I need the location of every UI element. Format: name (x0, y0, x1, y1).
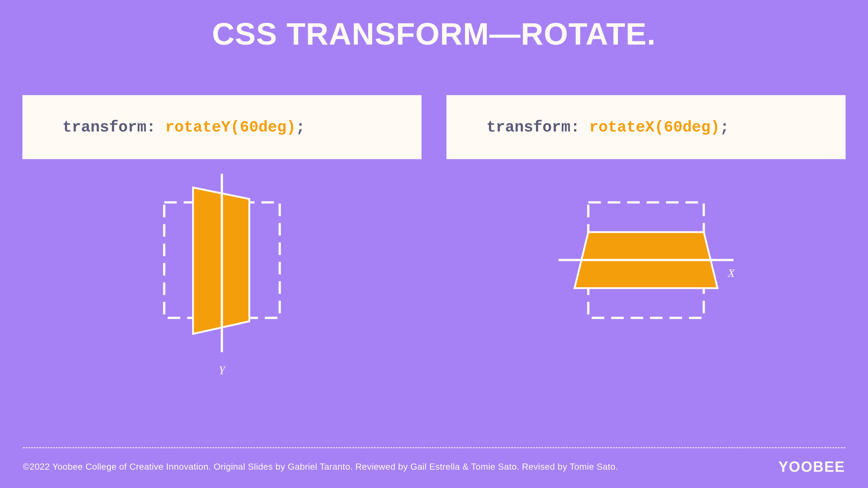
code-semicolon: ; (296, 119, 305, 136)
footer-divider (23, 447, 845, 448)
code-text: transform: rotateX(60deg); (487, 119, 729, 136)
code-semicolon: ; (720, 119, 729, 136)
diagram-rotate-y: Y (23, 174, 422, 380)
footer-row: ©2022 Yoobee College of Creative Innovat… (23, 458, 845, 475)
footer-credits: ©2022 Yoobee College of Creative Innovat… (23, 462, 618, 472)
diagram-rotate-x: X (446, 174, 845, 380)
footer: ©2022 Yoobee College of Creative Innovat… (23, 447, 845, 475)
yoobee-logo: YOOBEE (778, 458, 845, 475)
code-text: transform: rotateY(60deg); (62, 119, 305, 136)
diagram-svg-rotate-x (446, 174, 845, 380)
code-property: transform: (62, 119, 165, 136)
code-box-rotate-x: transform: rotateX(60deg); (446, 95, 845, 159)
code-value: rotateY(60deg) (165, 119, 296, 136)
slide-title: CSS TRANSFORM—ROTATE. (0, 16, 868, 52)
x-axis-label: X (728, 266, 735, 280)
code-box-rotate-y: transform: rotateY(60deg); (23, 95, 422, 159)
y-axis-label: Y (219, 364, 225, 377)
code-property: transform: (487, 119, 589, 136)
diagram-svg-rotate-y (23, 174, 422, 380)
code-value: rotateX(60deg) (589, 119, 720, 136)
